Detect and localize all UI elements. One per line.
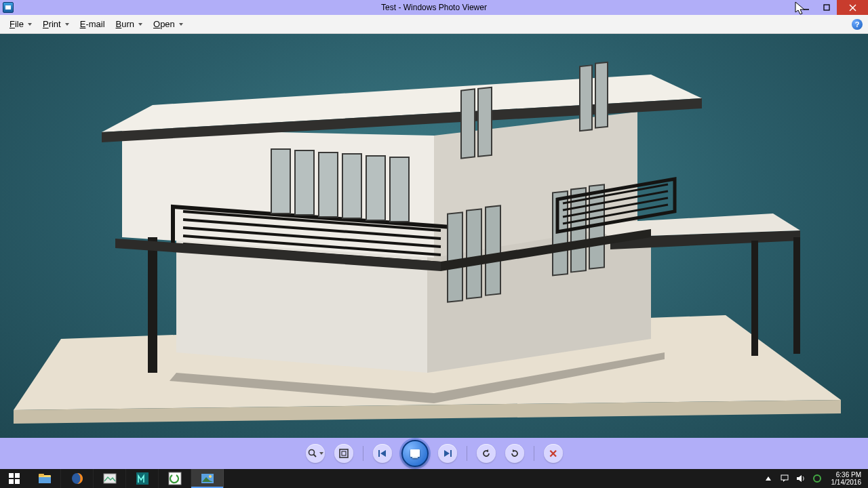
minimize-button[interactable]: [796, 0, 816, 15]
svg-rect-51: [378, 450, 380, 457]
play-slideshow-button[interactable]: [401, 440, 429, 467]
svg-point-72: [209, 475, 212, 478]
svg-rect-54: [412, 457, 418, 458]
next-button[interactable]: [438, 444, 457, 463]
menu-open-label: Open: [153, 19, 175, 29]
svg-rect-16: [793, 237, 800, 354]
chevron-down-icon: [28, 23, 32, 26]
camtasia-tray-icon[interactable]: [812, 474, 822, 483]
taskbar-item-file-explorer[interactable]: [28, 469, 61, 488]
menubar: File Print E-mail Burn Open ?: [0, 15, 868, 34]
maximize-button[interactable]: [816, 0, 837, 15]
svg-rect-29: [461, 89, 475, 158]
separator: [467, 446, 467, 461]
separator: [534, 446, 534, 461]
svg-rect-24: [295, 150, 314, 215]
separator: [363, 446, 363, 461]
svg-line-48: [313, 455, 316, 458]
menu-print[interactable]: Print: [39, 18, 73, 30]
svg-rect-1: [824, 5, 829, 10]
start-button[interactable]: [0, 469, 28, 488]
svg-rect-65: [39, 477, 51, 483]
svg-rect-35: [486, 205, 500, 295]
tray-expand-icon[interactable]: [764, 474, 773, 483]
svg-point-77: [814, 475, 821, 482]
photo-viewer-window: Test - Windows Photo Viewer File Prin: [0, 0, 868, 469]
clock-time: 6:36 PM: [831, 471, 862, 479]
image-viewport[interactable]: [0, 34, 868, 438]
svg-rect-32: [595, 62, 608, 128]
zoom-button[interactable]: [306, 444, 325, 463]
rotate-ccw-button[interactable]: [477, 444, 496, 463]
taskbar: 6:36 PM 1/14/2016: [0, 469, 868, 488]
viewer-controls: ✕: [0, 438, 868, 469]
taskbar-item-firefox[interactable]: [61, 469, 94, 488]
svg-marker-76: [797, 475, 802, 482]
menu-burn[interactable]: Burn: [112, 18, 146, 30]
svg-rect-28: [390, 157, 409, 222]
menu-print-label: Print: [43, 19, 61, 29]
chevron-down-icon: [179, 23, 183, 26]
displayed-image: [0, 34, 868, 438]
menu-file[interactable]: File: [5, 18, 36, 30]
delete-button[interactable]: ✕: [544, 444, 563, 463]
svg-rect-31: [580, 65, 592, 131]
svg-marker-73: [766, 476, 771, 481]
menu-open[interactable]: Open: [149, 18, 187, 30]
fit-to-window-button[interactable]: [334, 444, 353, 463]
taskbar-item-maya[interactable]: [126, 469, 159, 488]
taskbar-item-camtasia[interactable]: [159, 469, 191, 488]
menu-burn-label: Burn: [116, 19, 134, 29]
svg-rect-59: [9, 473, 14, 478]
chevron-down-icon: [138, 23, 142, 26]
chevron-down-icon: [65, 23, 69, 26]
svg-rect-30: [478, 87, 492, 157]
svg-rect-61: [9, 479, 14, 484]
svg-point-47: [309, 450, 314, 455]
previous-button[interactable]: [373, 444, 392, 463]
rotate-cw-button[interactable]: [505, 444, 524, 463]
svg-rect-26: [342, 154, 361, 218]
svg-rect-49: [340, 449, 348, 458]
svg-rect-14: [148, 237, 157, 373]
window-title: Test - Windows Photo Viewer: [381, 3, 487, 12]
svg-rect-53: [410, 449, 420, 457]
svg-rect-64: [39, 474, 44, 476]
clock[interactable]: 6:36 PM 1/14/2016: [829, 471, 862, 486]
chevron-down-icon: [319, 452, 323, 455]
svg-rect-56: [450, 450, 452, 457]
svg-rect-50: [342, 451, 346, 455]
taskbar-item-image-app[interactable]: [94, 469, 126, 488]
system-tray: 6:36 PM 1/14/2016: [757, 469, 869, 488]
svg-rect-27: [366, 156, 385, 220]
svg-rect-33: [448, 212, 462, 302]
volume-icon[interactable]: [796, 474, 806, 483]
svg-rect-23: [271, 149, 290, 214]
clock-date: 1/14/2016: [831, 479, 862, 486]
taskbar-item-photo-viewer[interactable]: [191, 469, 224, 488]
close-button[interactable]: [837, 0, 868, 15]
menu-email-label: E-mail: [80, 19, 105, 29]
action-center-icon[interactable]: [780, 474, 789, 483]
svg-rect-25: [319, 152, 338, 217]
svg-rect-34: [467, 209, 481, 298]
titlebar[interactable]: Test - Windows Photo Viewer: [0, 0, 868, 15]
svg-rect-62: [15, 479, 20, 484]
menu-email[interactable]: E-mail: [76, 18, 109, 30]
app-icon: [3, 2, 14, 13]
svg-rect-60: [15, 473, 20, 478]
svg-rect-74: [781, 475, 788, 480]
help-icon[interactable]: ?: [852, 19, 863, 30]
menu-file-label: File: [9, 19, 24, 29]
svg-marker-52: [380, 450, 386, 457]
svg-marker-55: [444, 450, 450, 457]
svg-rect-15: [751, 241, 758, 356]
